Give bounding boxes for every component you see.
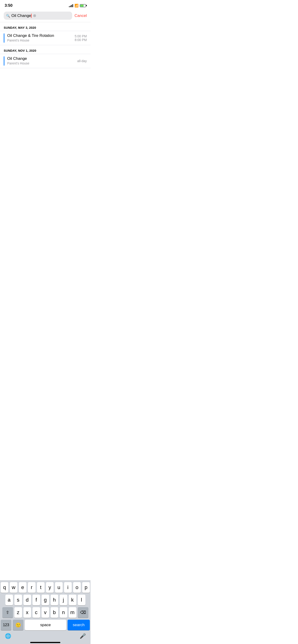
event-row-1[interactable]: Oil Change & Tire Rotation Parent's Hous… — [0, 31, 91, 45]
clear-button[interactable]: ⊗ — [33, 13, 36, 18]
search-input-text: Oil Change — [11, 14, 32, 18]
cancel-button[interactable]: Cancel — [75, 14, 87, 18]
event-time-2: all-day — [77, 56, 87, 66]
event-location-1: Parent's House — [7, 38, 72, 42]
date-header-1: SUNDAY, MAY 3, 2020 — [0, 22, 91, 31]
event-row-2[interactable]: Oil Change Parent's House all-day — [0, 54, 91, 68]
search-icon: 🔍 — [6, 14, 10, 18]
date-header-2: SUNDAY, NOV 1, 2020 — [0, 45, 91, 54]
event-title-2: Oil Change — [7, 56, 75, 61]
event-color-bar-2 — [4, 56, 5, 66]
search-bar-container: 🔍 Oil Change ⊗ Cancel — [0, 10, 91, 22]
results-section: SUNDAY, MAY 3, 2020 Oil Change & Tire Ro… — [0, 22, 91, 68]
event-info-1: Oil Change & Tire Rotation Parent's Hous… — [7, 34, 72, 43]
event-location-2: Parent's House — [7, 62, 75, 65]
event-time-1: 5:00 PM 8:00 PM — [75, 34, 87, 43]
status-bar: 3:50 📶 ⚡ — [0, 0, 91, 10]
status-icons: 📶 ⚡ — [69, 4, 86, 8]
battery-icon: ⚡ — [80, 4, 86, 7]
event-info-2: Oil Change Parent's House — [7, 56, 75, 66]
event-color-bar — [4, 34, 5, 43]
signal-bars-icon — [69, 4, 73, 7]
content-spacer — [0, 68, 91, 184]
status-time: 3:50 — [5, 3, 13, 8]
event-title-1: Oil Change & Tire Rotation — [7, 34, 72, 38]
wifi-icon: 📶 — [75, 4, 79, 8]
search-input-wrapper[interactable]: 🔍 Oil Change ⊗ — [4, 12, 72, 20]
